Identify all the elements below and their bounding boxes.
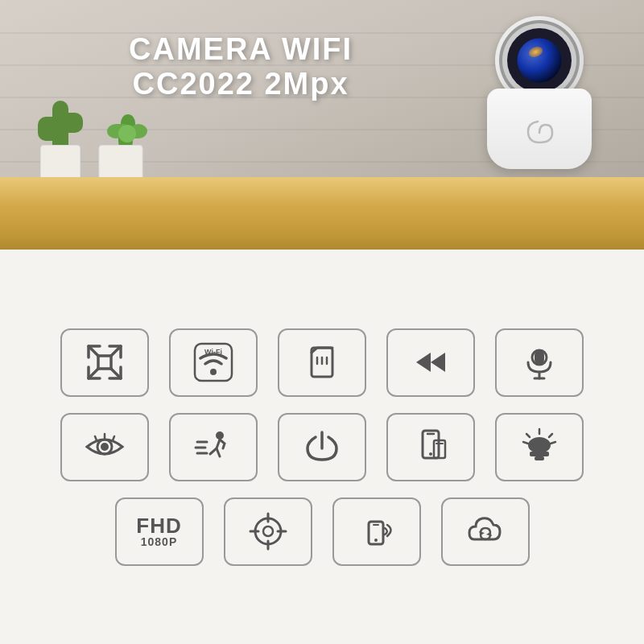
pot-left xyxy=(40,145,80,189)
alarm-icon-box[interactable] xyxy=(495,413,584,481)
svg-point-32 xyxy=(528,437,551,453)
svg-line-37 xyxy=(551,442,555,444)
wifi-icon-box[interactable]: Wi-Fi xyxy=(169,328,258,397)
fhd-text: FHD 1080P xyxy=(136,515,181,547)
svg-line-19 xyxy=(95,436,97,440)
title-line1: CAMERA WIFI xyxy=(129,32,353,67)
fhd-resolution: 1080P xyxy=(141,536,177,547)
svg-rect-14 xyxy=(535,350,544,365)
svg-point-41 xyxy=(263,526,273,536)
svg-line-21 xyxy=(113,436,114,440)
pot-right xyxy=(99,145,143,189)
svg-point-18 xyxy=(101,443,109,451)
camera-lens-outer xyxy=(507,28,572,93)
fhd-label: FHD xyxy=(136,515,181,536)
mobile-wifi-icon-box[interactable] xyxy=(332,497,421,566)
svg-line-38 xyxy=(523,442,528,444)
microphone-icon-box[interactable] xyxy=(495,328,584,397)
feature-row-3: FHD 1080P xyxy=(115,497,530,566)
camera-lens-highlight xyxy=(527,45,544,59)
cloud-icon-box[interactable] xyxy=(441,497,530,566)
svg-marker-11 xyxy=(416,353,431,372)
title-box: CAMERA WIFI CC2022 2Mpx xyxy=(129,32,353,101)
svg-rect-33 xyxy=(530,452,549,456)
crosshair-icon-box[interactable] xyxy=(224,497,312,566)
svg-line-35 xyxy=(549,434,552,437)
svg-text:Wi-Fi: Wi-Fi xyxy=(204,348,222,356)
mobile-icon-box[interactable] xyxy=(386,413,475,481)
desk-surface xyxy=(0,177,644,250)
plant-right xyxy=(97,109,145,189)
cactus xyxy=(52,101,68,149)
compress-icon-box[interactable] xyxy=(60,328,149,397)
page: CAMERA WIFI CC2022 2Mpx xyxy=(0,0,644,644)
eye-icon-box[interactable] xyxy=(60,413,149,481)
feature-row-2 xyxy=(60,413,584,481)
svg-point-48 xyxy=(374,539,378,542)
camera xyxy=(475,8,604,169)
rewind-icon-box[interactable] xyxy=(386,328,475,397)
svg-marker-12 xyxy=(431,353,445,372)
motion-icon-box[interactable] xyxy=(169,413,258,481)
svg-rect-39 xyxy=(535,456,544,460)
camera-brand-icon xyxy=(523,117,555,149)
svg-point-5 xyxy=(210,369,217,375)
svg-line-36 xyxy=(526,434,530,437)
title-line2: CC2022 2Mpx xyxy=(129,67,353,101)
fhd-icon-box[interactable]: FHD 1080P xyxy=(115,497,204,566)
hero-section: CAMERA WIFI CC2022 2Mpx xyxy=(0,0,644,250)
svg-point-29 xyxy=(429,452,432,456)
features-section: Wi-Fi xyxy=(0,250,644,644)
sd-card-icon-box[interactable] xyxy=(278,328,366,397)
camera-body xyxy=(487,89,592,169)
plant-left xyxy=(32,93,89,189)
feature-row-1: Wi-Fi xyxy=(60,328,584,397)
camera-lens-inner xyxy=(518,39,562,83)
power-icon-box[interactable] xyxy=(278,413,366,481)
